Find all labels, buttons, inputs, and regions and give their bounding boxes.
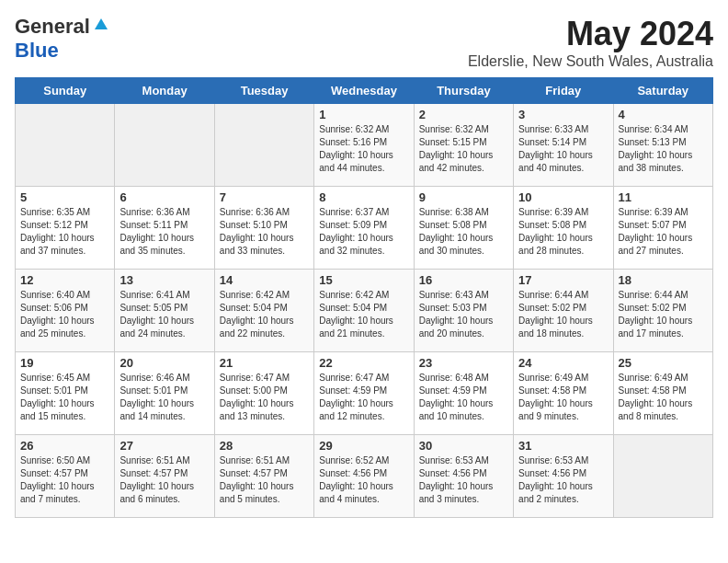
day-info: Sunrise: 6:41 AMSunset: 5:05 PMDaylight:… <box>119 289 209 340</box>
day-number: 11 <box>619 190 708 204</box>
day-number: 24 <box>518 356 608 370</box>
calendar-cell: 20Sunrise: 6:46 AMSunset: 5:01 PMDayligh… <box>115 352 214 435</box>
day-number: 8 <box>319 190 408 204</box>
day-number: 29 <box>319 439 408 453</box>
day-info: Sunrise: 6:53 AMSunset: 4:56 PMDaylight:… <box>419 454 508 506</box>
calendar-cell: 30Sunrise: 6:53 AMSunset: 4:56 PMDayligh… <box>414 435 513 518</box>
calendar-cell: 16Sunrise: 6:43 AMSunset: 5:03 PMDayligh… <box>414 270 513 352</box>
calendar-cell <box>214 104 313 187</box>
day-header-wednesday: Wednesday <box>314 78 414 104</box>
calendar-cell: 18Sunrise: 6:44 AMSunset: 5:02 PMDayligh… <box>613 270 712 352</box>
day-number: 15 <box>319 273 408 287</box>
calendar-cell: 28Sunrise: 6:51 AMSunset: 4:57 PMDayligh… <box>214 435 313 518</box>
day-number: 28 <box>220 439 309 453</box>
day-info: Sunrise: 6:40 AMSunset: 5:06 PMDaylight:… <box>20 289 109 340</box>
calendar-cell: 31Sunrise: 6:53 AMSunset: 4:56 PMDayligh… <box>514 435 613 518</box>
day-info: Sunrise: 6:42 AMSunset: 5:04 PMDaylight:… <box>319 289 408 340</box>
calendar-cell: 1Sunrise: 6:32 AMSunset: 5:16 PMDaylight… <box>314 104 414 187</box>
logo-general: General <box>15 15 90 38</box>
day-header-sunday: Sunday <box>16 78 115 104</box>
day-number: 17 <box>518 273 608 287</box>
week-row-5: 26Sunrise: 6:50 AMSunset: 4:57 PMDayligh… <box>16 435 713 518</box>
location-title: Elderslie, New South Wales, Australia <box>468 53 713 70</box>
day-number: 10 <box>518 190 608 204</box>
day-info: Sunrise: 6:39 AMSunset: 5:07 PMDaylight:… <box>619 206 708 258</box>
day-number: 26 <box>20 439 109 453</box>
calendar-cell: 12Sunrise: 6:40 AMSunset: 5:06 PMDayligh… <box>16 270 115 352</box>
calendar-cell: 10Sunrise: 6:39 AMSunset: 5:08 PMDayligh… <box>514 187 613 270</box>
day-info: Sunrise: 6:36 AMSunset: 5:10 PMDaylight:… <box>220 206 309 258</box>
day-number: 16 <box>419 273 508 287</box>
day-number: 1 <box>319 108 408 121</box>
day-header-monday: Monday <box>115 78 214 104</box>
day-number: 14 <box>220 273 309 287</box>
day-number: 7 <box>220 190 309 204</box>
calendar-cell: 4Sunrise: 6:34 AMSunset: 5:13 PMDaylight… <box>613 104 712 187</box>
calendar-body: 1Sunrise: 6:32 AMSunset: 5:16 PMDaylight… <box>16 104 713 518</box>
day-info: Sunrise: 6:51 AMSunset: 4:57 PMDaylight:… <box>220 454 309 506</box>
calendar-cell: 8Sunrise: 6:37 AMSunset: 5:09 PMDaylight… <box>314 187 414 270</box>
calendar-cell <box>613 435 712 518</box>
calendar-cell: 11Sunrise: 6:39 AMSunset: 5:07 PMDayligh… <box>613 187 712 270</box>
day-info: Sunrise: 6:44 AMSunset: 5:02 PMDaylight:… <box>518 289 608 340</box>
day-header-friday: Friday <box>514 78 613 104</box>
calendar-cell: 26Sunrise: 6:50 AMSunset: 4:57 PMDayligh… <box>16 435 115 518</box>
calendar-cell: 3Sunrise: 6:33 AMSunset: 5:14 PMDaylight… <box>514 104 613 187</box>
day-number: 20 <box>119 356 209 370</box>
week-row-4: 19Sunrise: 6:45 AMSunset: 5:01 PMDayligh… <box>16 352 713 435</box>
day-info: Sunrise: 6:32 AMSunset: 5:15 PMDaylight:… <box>419 123 508 175</box>
day-header-tuesday: Tuesday <box>214 78 313 104</box>
day-info: Sunrise: 6:36 AMSunset: 5:11 PMDaylight:… <box>119 206 209 258</box>
calendar-cell: 14Sunrise: 6:42 AMSunset: 5:04 PMDayligh… <box>214 270 313 352</box>
day-header-saturday: Saturday <box>613 78 712 104</box>
day-number: 5 <box>20 190 109 204</box>
day-number: 23 <box>419 356 508 370</box>
day-info: Sunrise: 6:51 AMSunset: 4:57 PMDaylight:… <box>119 454 209 506</box>
calendar-cell: 19Sunrise: 6:45 AMSunset: 5:01 PMDayligh… <box>16 352 115 435</box>
day-number: 25 <box>619 356 708 370</box>
header: General Blue May 2024 Elderslie, New Sou… <box>15 15 713 70</box>
day-info: Sunrise: 6:50 AMSunset: 4:57 PMDaylight:… <box>20 454 109 506</box>
day-info: Sunrise: 6:42 AMSunset: 5:04 PMDaylight:… <box>220 289 309 340</box>
title-area: May 2024 Elderslie, New South Wales, Aus… <box>468 15 713 70</box>
calendar-cell: 23Sunrise: 6:48 AMSunset: 4:59 PMDayligh… <box>414 352 513 435</box>
month-title: May 2024 <box>468 15 713 53</box>
calendar-header: SundayMondayTuesdayWednesdayThursdayFrid… <box>16 78 713 104</box>
day-info: Sunrise: 6:53 AMSunset: 4:56 PMDaylight:… <box>518 454 608 506</box>
day-number: 19 <box>20 356 109 370</box>
day-info: Sunrise: 6:37 AMSunset: 5:09 PMDaylight:… <box>319 206 408 258</box>
day-number: 31 <box>518 439 608 453</box>
calendar-cell: 24Sunrise: 6:49 AMSunset: 4:58 PMDayligh… <box>514 352 613 435</box>
calendar-cell <box>16 104 115 187</box>
day-info: Sunrise: 6:49 AMSunset: 4:58 PMDaylight:… <box>518 372 608 423</box>
calendar-table: SundayMondayTuesdayWednesdayThursdayFrid… <box>15 77 713 518</box>
logo-icon <box>93 17 109 37</box>
calendar-cell: 22Sunrise: 6:47 AMSunset: 4:59 PMDayligh… <box>314 352 414 435</box>
logo-blue-text: Blue <box>15 39 59 62</box>
day-info: Sunrise: 6:44 AMSunset: 5:02 PMDaylight:… <box>619 289 708 340</box>
day-info: Sunrise: 6:48 AMSunset: 4:59 PMDaylight:… <box>419 372 508 423</box>
day-header-thursday: Thursday <box>414 78 513 104</box>
day-number: 3 <box>518 108 608 121</box>
day-info: Sunrise: 6:52 AMSunset: 4:56 PMDaylight:… <box>319 454 408 506</box>
logo-blue-line: Blue <box>15 39 59 63</box>
day-info: Sunrise: 6:34 AMSunset: 5:13 PMDaylight:… <box>619 123 708 175</box>
day-info: Sunrise: 6:46 AMSunset: 5:01 PMDaylight:… <box>119 372 209 423</box>
calendar-cell: 29Sunrise: 6:52 AMSunset: 4:56 PMDayligh… <box>314 435 414 518</box>
day-info: Sunrise: 6:43 AMSunset: 5:03 PMDaylight:… <box>419 289 508 340</box>
calendar-cell: 5Sunrise: 6:35 AMSunset: 5:12 PMDaylight… <box>16 187 115 270</box>
calendar-cell: 27Sunrise: 6:51 AMSunset: 4:57 PMDayligh… <box>115 435 214 518</box>
svg-marker-0 <box>95 18 108 29</box>
day-info: Sunrise: 6:33 AMSunset: 5:14 PMDaylight:… <box>518 123 608 175</box>
calendar-cell: 13Sunrise: 6:41 AMSunset: 5:05 PMDayligh… <box>115 270 214 352</box>
day-number: 13 <box>119 273 209 287</box>
day-info: Sunrise: 6:47 AMSunset: 4:59 PMDaylight:… <box>319 372 408 423</box>
day-number: 30 <box>419 439 508 453</box>
day-info: Sunrise: 6:45 AMSunset: 5:01 PMDaylight:… <box>20 372 109 423</box>
day-info: Sunrise: 6:35 AMSunset: 5:12 PMDaylight:… <box>20 206 109 258</box>
day-number: 9 <box>419 190 508 204</box>
calendar-cell: 7Sunrise: 6:36 AMSunset: 5:10 PMDaylight… <box>214 187 313 270</box>
day-info: Sunrise: 6:39 AMSunset: 5:08 PMDaylight:… <box>518 206 608 258</box>
day-info: Sunrise: 6:47 AMSunset: 5:00 PMDaylight:… <box>220 372 309 423</box>
logo-area: General Blue <box>15 15 109 63</box>
